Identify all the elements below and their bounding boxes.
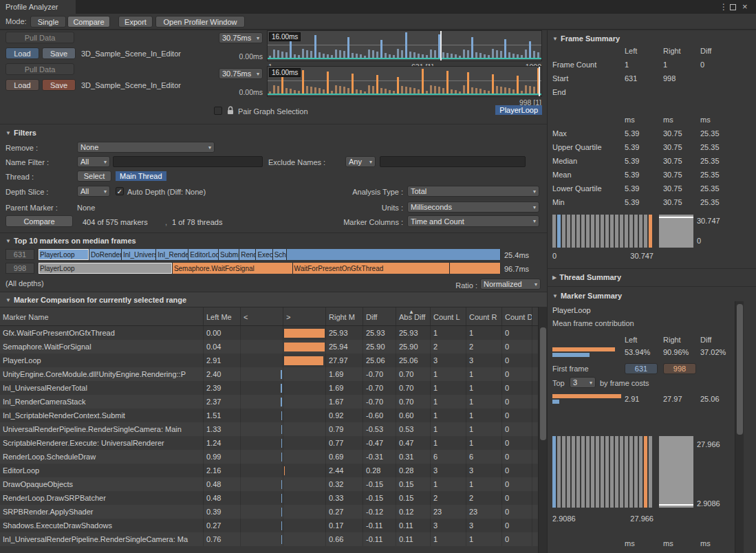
right-bar-cell bbox=[283, 395, 326, 409]
column-header[interactable]: Count D bbox=[502, 307, 532, 325]
table-scrollbar[interactable] bbox=[538, 307, 547, 553]
column-header[interactable]: > bbox=[283, 307, 326, 325]
ratio-label: Ratio : bbox=[413, 281, 477, 290]
depth-slice-label: Depth Slice : bbox=[6, 188, 48, 196]
top-n-dropdown[interactable]: 3▾ bbox=[570, 377, 596, 388]
tab-compare[interactable]: Compare bbox=[67, 16, 110, 28]
first-frame-left-button[interactable]: 631 bbox=[625, 363, 658, 374]
count-right-cell: 1 bbox=[466, 395, 502, 409]
load-button-left[interactable]: Load bbox=[6, 47, 39, 59]
right-panel-scrollbar-thumb[interactable] bbox=[737, 304, 743, 435]
load-button-right[interactable]: Load bbox=[6, 79, 39, 91]
first-frame-right-button[interactable]: 998 bbox=[663, 363, 696, 374]
column-header[interactable]: Left Me bbox=[204, 307, 241, 325]
top10-segment[interactable]: WaitForPresentOnGfxThread bbox=[293, 263, 450, 274]
table-row[interactable]: Gfx.WaitForPresentOnGfxThread0.0025.9325… bbox=[0, 326, 538, 340]
marker-columns-dropdown[interactable]: Time and Count▾ bbox=[407, 215, 539, 227]
frame-number-box-right[interactable]: 998 bbox=[6, 263, 34, 274]
column-header[interactable]: Diff bbox=[363, 307, 396, 325]
export-button[interactable]: Export bbox=[118, 16, 153, 28]
comparison-title[interactable]: ▼Marker Comparison for currently selecte… bbox=[6, 296, 186, 304]
pair-graph-checkbox[interactable] bbox=[214, 107, 222, 115]
thread-value-chip[interactable]: Main Thread bbox=[116, 171, 166, 181]
top10-segment[interactable]: Rend bbox=[239, 249, 256, 260]
table-row[interactable]: Inl_ScriptableRenderContext.Submit1.510.… bbox=[0, 409, 538, 422]
frame-time-graph-left[interactable]: 16.00ms bbox=[267, 30, 542, 61]
top10-segment[interactable]: Sch bbox=[273, 249, 287, 260]
thread-summary-header[interactable]: ▶Thread Summary bbox=[552, 273, 621, 281]
table-row[interactable]: DrawOpaqueObjects0.480.32-0.150.15110 bbox=[0, 477, 538, 491]
open-profiler-window-button[interactable]: Open Profiler Window bbox=[155, 16, 245, 28]
table-row[interactable]: Semaphore.WaitForSignal0.0425.9425.9025.… bbox=[0, 340, 538, 354]
marker-summary-header[interactable]: ▼Marker Summary bbox=[552, 292, 622, 300]
window-tab[interactable]: Profile Analyzer bbox=[0, 0, 76, 14]
top10-bar-left[interactable]: PlayerLoopDoRenderlInl_UniversInl_Render… bbox=[39, 249, 501, 260]
top10-segment[interactable] bbox=[450, 263, 501, 274]
top10-header[interactable]: ▼Top 10 markers on median frames bbox=[6, 237, 136, 245]
table-row[interactable]: UniversalRenderPipeline.RenderSingleCame… bbox=[0, 422, 538, 436]
save-button-right[interactable]: Save bbox=[42, 79, 76, 91]
table-scrollbar-thumb[interactable] bbox=[540, 327, 546, 440]
right-panel-scrollbar[interactable] bbox=[735, 301, 744, 553]
top10-segment[interactable]: PlayerLoop bbox=[39, 249, 89, 260]
remove-dropdown[interactable]: None▾ bbox=[77, 142, 215, 153]
top10-segment[interactable]: Inl_Univers bbox=[122, 249, 156, 260]
auto-depth-checkbox[interactable]: ✓ bbox=[116, 187, 124, 195]
abs-diff-cell: 25.93 bbox=[396, 326, 431, 340]
top10-segment[interactable]: EditorLoo bbox=[188, 249, 219, 260]
tab-single[interactable]: Single bbox=[30, 16, 66, 28]
ratio-dropdown[interactable]: Normalized▾ bbox=[480, 279, 541, 290]
thread-select-button[interactable]: Select bbox=[77, 171, 111, 182]
top10-segment[interactable] bbox=[287, 249, 501, 260]
maximize-icon[interactable] bbox=[730, 4, 736, 10]
column-header[interactable]: < bbox=[241, 307, 283, 325]
graph-range-dropdown-left[interactable]: 30.75ms▾ bbox=[219, 32, 263, 43]
column-header[interactable]: Right M bbox=[326, 307, 363, 325]
units-dropdown[interactable]: Milliseconds▾ bbox=[407, 202, 539, 213]
close-icon[interactable]: × bbox=[742, 1, 748, 12]
name-filter-input[interactable] bbox=[113, 156, 263, 167]
exclude-names-input[interactable] bbox=[380, 156, 526, 167]
marker-name-cell: SRPBRender.ApplyShader bbox=[0, 505, 204, 519]
table-row[interactable]: SRPBRender.ApplyShader0.390.27-0.120.122… bbox=[0, 505, 538, 519]
frame-time-graph-right[interactable]: 16.00ms bbox=[267, 66, 542, 97]
top10-segment[interactable]: Inl_Render bbox=[156, 249, 188, 260]
count-diff-cell: 0 bbox=[502, 326, 532, 340]
table-row[interactable]: Shadows.ExecuteDrawShadows0.270.17-0.110… bbox=[0, 519, 538, 532]
depth-slice-dropdown[interactable]: All▾ bbox=[77, 186, 110, 197]
table-row[interactable]: RenderLoop.ScheduleDraw0.990.69-0.310.31… bbox=[0, 450, 538, 464]
column-header[interactable]: Count L bbox=[431, 307, 466, 325]
frame-number-box-left[interactable]: 631 bbox=[6, 249, 34, 260]
analysis-type-dropdown[interactable]: Total▾ bbox=[407, 186, 539, 197]
pull-data-button-right[interactable]: Pull Data bbox=[6, 63, 74, 75]
table-row[interactable]: EditorLoop2.162.440.280.28330 bbox=[0, 464, 538, 477]
column-header[interactable]: Count R bbox=[466, 307, 502, 325]
table-row[interactable]: ScriptableRenderer.Execute: UniversalRen… bbox=[0, 436, 538, 450]
table-row[interactable]: Inl_UniversalRenderPipeline.RenderSingle… bbox=[0, 532, 538, 546]
right-median-cell: 0.32 bbox=[326, 477, 363, 491]
marker-name-cell: Gfx.WaitForPresentOnGfxThread bbox=[0, 326, 204, 340]
column-header[interactable]: Marker Name bbox=[0, 307, 204, 325]
name-filter-mode-dropdown[interactable]: All▾ bbox=[77, 156, 110, 167]
exclude-mode-dropdown[interactable]: Any▾ bbox=[345, 156, 376, 167]
table-row[interactable]: UnityEngine.CoreModule.dll!UnityEngine.R… bbox=[0, 367, 538, 381]
selected-marker-chip[interactable]: PlayerLoop bbox=[495, 105, 542, 115]
top10-segment[interactable]: Semaphore.WaitForSignal bbox=[173, 263, 293, 274]
top10-segment[interactable]: PlayerLoop bbox=[39, 263, 173, 274]
kebab-menu-icon[interactable]: ⋮ bbox=[720, 2, 728, 12]
top10-segment[interactable]: Submi bbox=[219, 249, 239, 260]
diff-cell: -0.11 bbox=[363, 532, 396, 546]
table-row[interactable]: RenderLoop.DrawSRPBatcher0.480.33-0.150.… bbox=[0, 491, 538, 505]
top10-segment[interactable]: DoRenderl bbox=[89, 249, 122, 260]
save-button-left[interactable]: Save bbox=[42, 47, 76, 59]
frame-summary-header[interactable]: ▼Frame Summary bbox=[552, 34, 620, 43]
top10-bar-right[interactable]: PlayerLoopSemaphore.WaitForSignalWaitFor… bbox=[39, 263, 501, 274]
filters-header[interactable]: ▼Filters bbox=[6, 129, 36, 137]
table-row[interactable]: PlayerLoop2.9127.9725.0625.06330 bbox=[0, 354, 538, 367]
top10-segment[interactable]: Exec bbox=[256, 249, 272, 260]
pull-data-button-left[interactable]: Pull Data bbox=[6, 32, 74, 43]
table-row[interactable]: Inl_UniversalRenderTotal2.391.69-0.700.7… bbox=[0, 381, 538, 395]
graph-range-dropdown-right[interactable]: 30.75ms▾ bbox=[219, 68, 263, 79]
compare-button[interactable]: Compare bbox=[6, 215, 73, 227]
table-row[interactable]: Inl_RenderCameraStack2.371.67-0.700.7011… bbox=[0, 395, 538, 409]
